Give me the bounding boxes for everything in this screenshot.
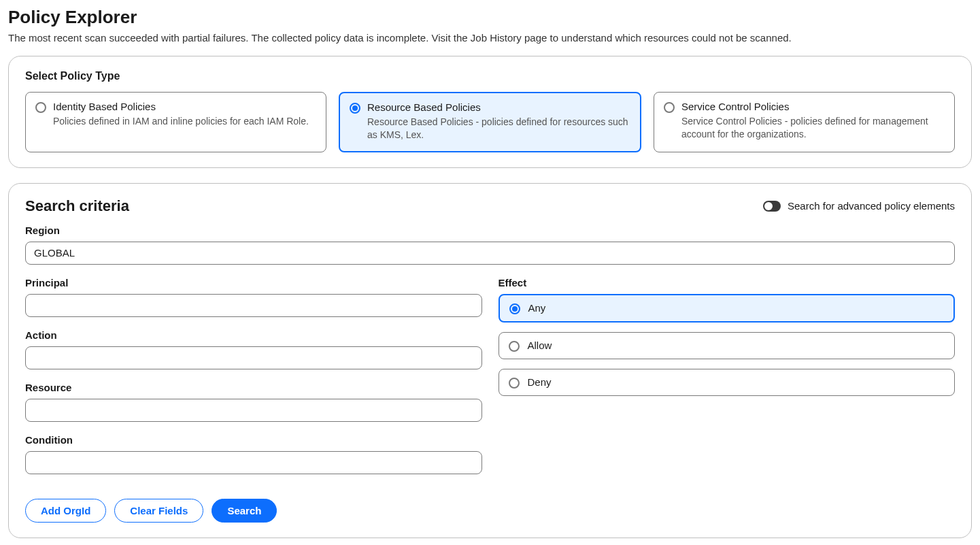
advanced-toggle-label: Search for advanced policy elements [788, 200, 955, 212]
action-input[interactable] [25, 346, 482, 369]
condition-label: Condition [25, 434, 482, 446]
effect-label: Effect [499, 277, 956, 288]
policy-type-desc: Resource Based Policies - policies defin… [367, 116, 630, 142]
search-button[interactable]: Search [212, 499, 277, 523]
page-title: Policy Explorer [8, 7, 972, 28]
policy-type-panel: Select Policy Type Identity Based Polici… [8, 56, 972, 168]
add-orgid-button[interactable]: Add OrgId [25, 499, 106, 523]
effect-option-allow[interactable]: Allow [499, 332, 956, 359]
policy-type-desc: Service Control Policies - policies defi… [681, 115, 945, 141]
policy-type-title: Service Control Policies [681, 101, 945, 112]
principal-label: Principal [25, 277, 482, 288]
search-criteria-heading: Search criteria [25, 197, 129, 215]
effect-option-deny[interactable]: Deny [499, 369, 956, 396]
policy-type-options: Identity Based Policies Policies defined… [25, 92, 955, 152]
advanced-toggle[interactable]: Search for advanced policy elements [763, 200, 955, 212]
radio-icon [35, 102, 46, 113]
radio-icon [509, 378, 520, 389]
condition-input[interactable] [25, 451, 482, 474]
region-input[interactable] [25, 242, 955, 265]
policy-type-heading: Select Policy Type [25, 70, 955, 82]
radio-icon [509, 303, 520, 314]
policy-type-identity[interactable]: Identity Based Policies Policies defined… [25, 92, 326, 152]
radio-icon [664, 102, 675, 113]
policy-type-desc: Policies defined in IAM and inline polic… [53, 115, 309, 128]
effect-option-any[interactable]: Any [499, 294, 956, 323]
search-criteria-panel: Search criteria Search for advanced poli… [8, 183, 972, 538]
clear-fields-button[interactable]: Clear Fields [114, 499, 203, 523]
action-label: Action [25, 329, 482, 341]
resource-input[interactable] [25, 399, 482, 422]
policy-type-title: Identity Based Policies [53, 101, 309, 112]
policy-type-scp[interactable]: Service Control Policies Service Control… [654, 92, 955, 152]
page-description: The most recent scan succeeded with part… [8, 32, 972, 44]
principal-input[interactable] [25, 294, 482, 317]
policy-type-title: Resource Based Policies [367, 101, 630, 113]
radio-icon [350, 103, 360, 114]
region-label: Region [25, 225, 955, 236]
effect-option-label: Allow [528, 340, 552, 351]
toggle-switch-icon [763, 201, 781, 212]
policy-type-resource[interactable]: Resource Based Policies Resource Based P… [339, 92, 641, 152]
resource-label: Resource [25, 382, 482, 393]
radio-icon [509, 341, 520, 352]
effect-option-label: Deny [528, 376, 552, 388]
effect-option-label: Any [528, 302, 546, 314]
